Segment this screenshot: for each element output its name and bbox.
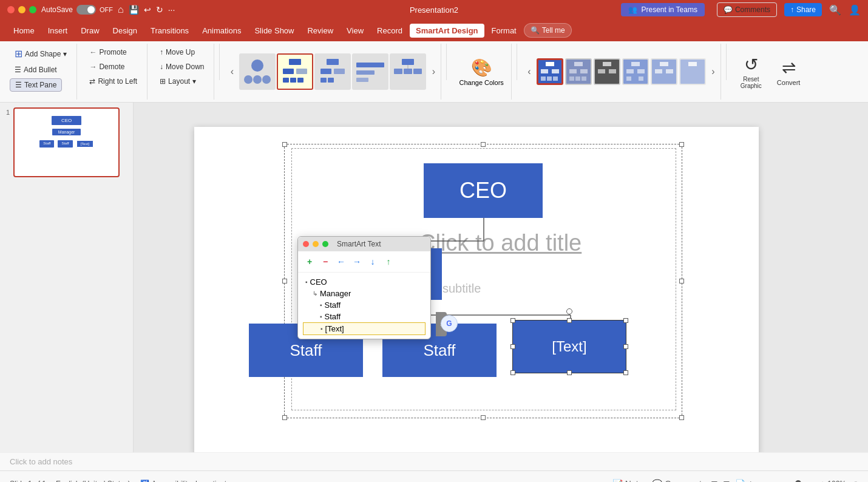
zoom-out-btn[interactable]: − bbox=[762, 479, 767, 483]
slide-canvas[interactable]: Click to add title add subtitle bbox=[194, 127, 759, 452]
panel-item-staff1[interactable]: ▪ Staff bbox=[303, 299, 426, 311]
menu-draw[interactable]: Draw bbox=[75, 24, 105, 38]
window-controls[interactable] bbox=[7, 6, 36, 13]
panel-move-down-btn[interactable]: ↓ bbox=[366, 255, 379, 268]
style-swatch-5[interactable] bbox=[651, 58, 677, 85]
notes-statusbar-btn[interactable]: 📝 Notes bbox=[612, 479, 647, 483]
move-down-button[interactable]: ↓ Move Down bbox=[155, 61, 209, 73]
panel-expand-dot[interactable] bbox=[322, 241, 328, 247]
panel-move-up-btn[interactable]: ↑ bbox=[382, 255, 395, 268]
maximize-button[interactable] bbox=[29, 6, 36, 13]
close-button[interactable] bbox=[7, 6, 15, 13]
menu-transitions[interactable]: Transitions bbox=[144, 24, 195, 38]
menu-view[interactable]: View bbox=[341, 24, 370, 38]
more-icon[interactable]: ··· bbox=[168, 5, 175, 15]
style-swatch-3[interactable] bbox=[594, 58, 620, 85]
menu-animations[interactable]: Animations bbox=[196, 24, 247, 38]
menu-format[interactable]: Format bbox=[486, 24, 523, 38]
style-swatch-6[interactable] bbox=[679, 58, 706, 85]
menu-slideshow[interactable]: Slide Show bbox=[248, 24, 300, 38]
text-box-handle-tl[interactable] bbox=[510, 318, 515, 323]
panel-add-btn[interactable]: + bbox=[303, 255, 316, 268]
change-colors-button[interactable]: 🎨 Change Colors bbox=[454, 55, 508, 89]
right-to-left-button[interactable]: ⇄ Right to Left bbox=[84, 75, 142, 87]
account-icon[interactable]: 👤 bbox=[849, 4, 861, 16]
add-shape-button[interactable]: ⊞ Add Shape ▾ bbox=[10, 46, 72, 61]
panel-item-ceo[interactable]: ▪ CEO bbox=[303, 276, 426, 288]
menu-insert[interactable]: Insert bbox=[42, 24, 74, 38]
add-bullet-button[interactable]: ☰ Add Bullet bbox=[10, 64, 62, 76]
panel-move-left-btn[interactable]: ← bbox=[334, 255, 348, 268]
style-swatch-4[interactable] bbox=[622, 58, 649, 85]
panel-move-right-btn[interactable]: → bbox=[350, 255, 364, 268]
redo-icon[interactable]: ↻ bbox=[156, 5, 163, 15]
text-box-handle-ml[interactable] bbox=[510, 344, 515, 349]
panel-close-dot[interactable] bbox=[303, 241, 309, 247]
comments-statusbar-btn[interactable]: 💬 Comments bbox=[652, 479, 706, 483]
move-up-button[interactable]: ↑ Move Up bbox=[155, 46, 200, 58]
text-box-handle-tr[interactable] bbox=[623, 318, 628, 323]
text-box-handle-br[interactable] bbox=[623, 370, 628, 375]
reading-view-btn[interactable]: 📄 bbox=[735, 479, 745, 483]
comments-button[interactable]: 💬 Comments bbox=[717, 2, 777, 17]
zoom-in-btn[interactable]: + bbox=[820, 479, 825, 483]
handle-bc[interactable] bbox=[481, 415, 486, 420]
notes-bar[interactable]: Click to add notes bbox=[0, 452, 868, 470]
menu-record[interactable]: Record bbox=[371, 24, 409, 38]
handle-mr[interactable] bbox=[679, 279, 684, 283]
share-button[interactable]: ↑ Share bbox=[784, 3, 822, 16]
tell-me-input[interactable]: 🔍 Tell me bbox=[524, 23, 572, 38]
layout-thumb-5[interactable] bbox=[390, 53, 426, 90]
promote-button[interactable]: ← Promote bbox=[84, 46, 131, 58]
convert-button[interactable]: ⇌ Convert bbox=[773, 55, 804, 89]
slideshow-btn[interactable]: ▶ bbox=[750, 479, 757, 483]
handle-tr[interactable] bbox=[679, 142, 684, 147]
text-box-rotate-handle[interactable] bbox=[566, 308, 572, 314]
accessibility-info[interactable]: ♿ Accessibility: Investigate bbox=[140, 480, 231, 483]
layout-button[interactable]: ⊞ Layout ▾ bbox=[155, 75, 201, 87]
text-box-handle-tc[interactable] bbox=[567, 318, 572, 323]
handle-br[interactable] bbox=[679, 415, 684, 420]
panel-text-input[interactable] bbox=[325, 324, 410, 333]
menu-review[interactable]: Review bbox=[301, 24, 339, 38]
palette-prev-arrow[interactable]: ‹ bbox=[226, 53, 238, 90]
styles-next-arrow[interactable]: › bbox=[707, 53, 719, 90]
undo-icon[interactable]: ↩ bbox=[144, 5, 151, 15]
layout-thumb-2[interactable] bbox=[277, 53, 313, 90]
menu-design[interactable]: Design bbox=[107, 24, 143, 38]
menu-smartart-design[interactable]: SmartArt Design bbox=[410, 24, 484, 38]
handle-ml[interactable] bbox=[282, 279, 287, 283]
panel-item-manager[interactable]: ↳ Manager bbox=[303, 288, 426, 299]
text-box[interactable]: [Text] bbox=[512, 320, 626, 373]
handle-tl[interactable] bbox=[282, 142, 287, 147]
panel-item-text[interactable]: ▪ bbox=[303, 322, 426, 335]
slide-thumbnail-1[interactable]: CEO Manager Staff Staff [Text] bbox=[13, 107, 120, 177]
panel-minimize-dot[interactable] bbox=[313, 241, 319, 247]
menu-home[interactable]: Home bbox=[7, 24, 41, 38]
save-icon[interactable]: 💾 bbox=[129, 5, 139, 15]
text-box-handle-bc[interactable] bbox=[567, 370, 572, 375]
grammarly-icon[interactable]: G bbox=[441, 315, 458, 332]
text-box-handle-bl[interactable] bbox=[510, 370, 515, 375]
style-swatch-2[interactable] bbox=[565, 58, 592, 85]
panel-remove-btn[interactable]: − bbox=[319, 255, 332, 268]
normal-view-btn[interactable]: ⊞ bbox=[711, 479, 718, 483]
present-teams-button[interactable]: 👥 Present in Teams bbox=[621, 3, 705, 16]
layout-thumb-1[interactable] bbox=[239, 53, 276, 90]
home-icon[interactable]: ⌂ bbox=[118, 4, 124, 15]
layout-thumb-3[interactable] bbox=[314, 53, 351, 90]
text-pane-button[interactable]: ☰ Text Pane bbox=[10, 78, 62, 92]
palette-next-arrow[interactable]: › bbox=[427, 53, 439, 90]
layout-thumb-4[interactable] bbox=[352, 53, 388, 90]
minimize-button[interactable] bbox=[18, 6, 25, 13]
search-icon[interactable]: 🔍 bbox=[829, 4, 841, 16]
fit-slide-btn[interactable]: ⤢ bbox=[851, 479, 858, 483]
handle-tc[interactable] bbox=[481, 142, 486, 147]
text-box-handle-mr[interactable] bbox=[623, 344, 628, 349]
slide-sorter-btn[interactable]: ⊟ bbox=[723, 479, 730, 483]
demote-button[interactable]: → Demote bbox=[84, 61, 129, 73]
styles-prev-arrow[interactable]: ‹ bbox=[523, 53, 535, 90]
reset-graphic-button[interactable]: ↺ Reset Graphic bbox=[734, 52, 768, 92]
autosave-toggle[interactable] bbox=[76, 5, 96, 15]
style-swatch-1[interactable] bbox=[537, 58, 563, 85]
